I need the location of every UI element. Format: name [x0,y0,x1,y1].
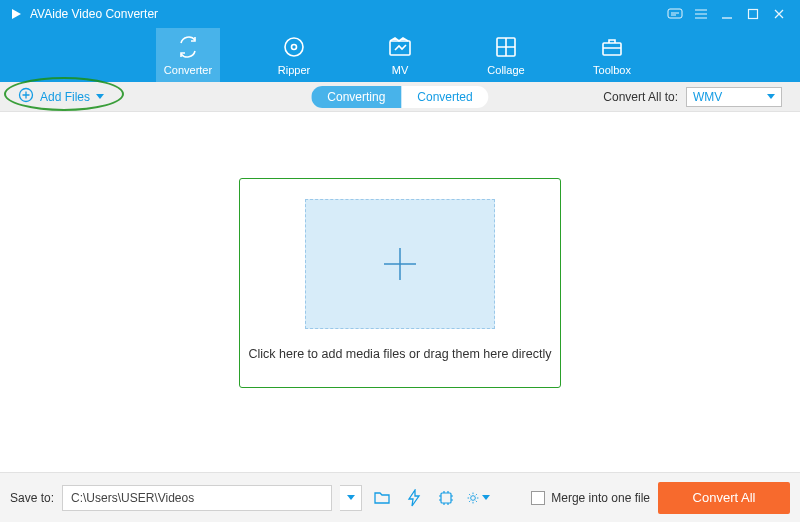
converter-icon [175,34,201,60]
tab-toolbox[interactable]: Toolbox [580,28,644,82]
settings-button[interactable] [466,486,490,510]
app-title: AVAide Video Converter [30,7,158,21]
drop-zone[interactable]: Click here to add media files or drag th… [239,178,561,388]
svg-point-10 [471,495,476,500]
toolbox-icon [600,34,624,60]
merge-label: Merge into one file [551,491,650,505]
minimize-icon[interactable] [714,4,740,24]
tab-label: MV [392,64,409,76]
close-icon[interactable] [766,4,792,24]
feedback-icon[interactable] [662,4,688,24]
save-to-label: Save to: [10,491,54,505]
bottom-bar: Save to: C:\Users\USER\Videos Merge into… [0,472,800,522]
ripper-icon [282,34,306,60]
segment-converted[interactable]: Converted [401,86,488,108]
checkbox-icon [531,491,545,505]
save-path-value: C:\Users\USER\Videos [71,491,194,505]
convert-all-label: Convert All [693,490,756,505]
segment-converting[interactable]: Converting [311,86,401,108]
tab-label: Converter [164,64,212,76]
output-format-value: WMV [693,90,722,104]
convert-all-button[interactable]: Convert All [658,482,790,514]
collage-icon [495,34,517,60]
tab-ripper[interactable]: Ripper [262,28,326,82]
chevron-down-icon [767,94,775,99]
merge-checkbox[interactable]: Merge into one file [531,491,650,505]
save-path-dropdown[interactable] [340,485,362,511]
tab-label: Collage [487,64,524,76]
add-files-button[interactable]: Add Files [18,87,104,106]
tab-mv[interactable]: MV [368,28,432,82]
convert-all-to-label: Convert All to: [603,90,678,104]
drop-zone-hint: Click here to add media files or drag th… [249,347,552,361]
svg-point-3 [285,38,303,56]
chevron-down-icon [482,495,490,500]
menu-icon[interactable] [688,4,714,24]
sub-bar: Add Files Converting Converted Convert A… [0,82,800,112]
main-area: Click here to add media files or drag th… [0,112,800,472]
svg-rect-9 [441,493,451,503]
output-format-select[interactable]: WMV [686,87,782,107]
svg-rect-2 [749,10,758,19]
open-folder-button[interactable] [370,486,394,510]
plus-circle-icon [18,87,34,106]
save-path-field[interactable]: C:\Users\USER\Videos [62,485,332,511]
chevron-down-icon [96,94,104,99]
plus-icon [378,242,422,286]
title-bar: AVAide Video Converter [0,0,800,28]
maximize-icon[interactable] [740,4,766,24]
mv-icon [388,34,412,60]
tab-converter[interactable]: Converter [156,28,220,82]
chevron-down-icon [347,495,355,500]
accelerate-button[interactable] [402,486,426,510]
drop-zone-inner [305,199,495,329]
app-logo-icon [8,6,24,22]
add-files-label: Add Files [40,90,90,104]
svg-rect-7 [603,43,621,55]
convert-all-to: Convert All to: WMV [603,87,782,107]
status-segment: Converting Converted [311,86,488,108]
tab-label: Ripper [278,64,310,76]
tab-collage[interactable]: Collage [474,28,538,82]
main-toolbar: Converter Ripper MV Collage [0,28,800,82]
svg-marker-0 [12,9,21,19]
gpu-accel-button[interactable] [434,486,458,510]
svg-point-4 [292,45,297,50]
tab-label: Toolbox [593,64,631,76]
